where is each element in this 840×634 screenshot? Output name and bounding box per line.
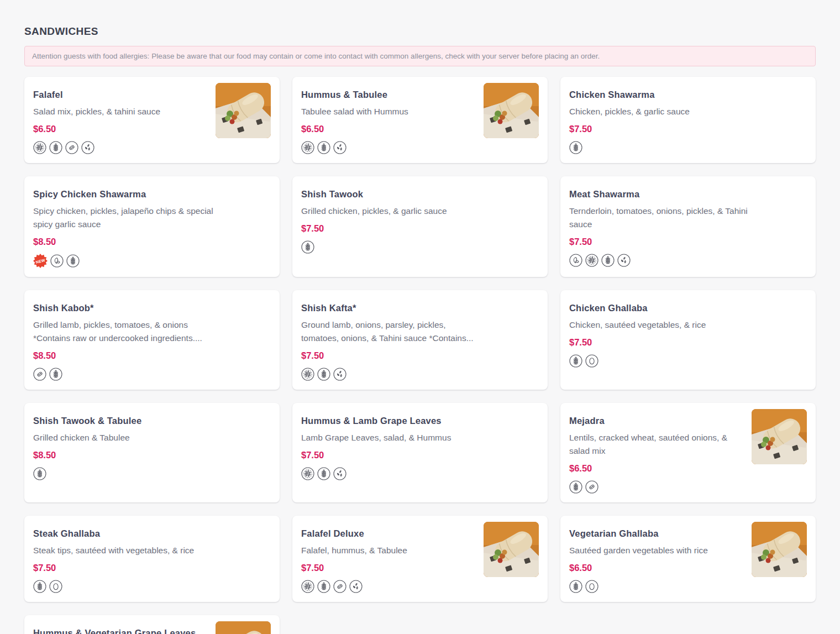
- gluten-wheat-icon: [49, 368, 62, 381]
- allergen-badges: [33, 580, 271, 593]
- menu-item-card[interactable]: Vegetarian Ghallaba Sautéed garden veget…: [560, 516, 816, 602]
- menu-item-text: Vegetarian Ghallaba Sautéed garden veget…: [569, 523, 745, 593]
- item-price: $7.50: [569, 124, 807, 134]
- menu-page: SANDWICHES Attention guests with food al…: [0, 0, 840, 634]
- allergen-badges: NEW: [33, 254, 271, 268]
- gluten-wheat-icon: [317, 368, 330, 381]
- item-name: Shish Kabob*: [33, 303, 271, 313]
- menu-item-text: Meat Shawarma Ternderloin, tomatoes, oni…: [569, 184, 807, 267]
- sesame-icon: [33, 141, 46, 154]
- menu-item-card[interactable]: Chicken Ghallaba Chicken, sautéed vegeta…: [560, 290, 816, 390]
- egg-icon: [585, 354, 599, 368]
- item-name: Vegetarian Ghallaba: [569, 528, 745, 539]
- menu-item-card[interactable]: Shish Tawook & Tabulee Grilled chicken &…: [24, 403, 280, 502]
- gluten-wheat-icon: [317, 141, 330, 154]
- menu-item-card[interactable]: Hummus & Lamb Grape Leaves Lamb Grape Le…: [292, 403, 548, 502]
- gluten-wheat-icon: [569, 580, 582, 593]
- menu-item-card[interactable]: Falafel Salad mix, pickles, & tahini sau…: [24, 77, 280, 163]
- item-description: Lentils, cracked wheat, sautéed onions, …: [569, 431, 745, 458]
- item-description: Tabulee salad with Hummus: [301, 105, 477, 118]
- item-description: Ternderloin, tomatoes, onions, pickles, …: [569, 205, 753, 231]
- gluten-wheat-icon: [66, 254, 80, 268]
- item-name: Chicken Ghallaba: [569, 303, 807, 313]
- nut-pod-icon: [33, 368, 46, 381]
- gluten-wheat-icon: [601, 254, 615, 267]
- menu-item-card[interactable]: Hummus & Vegetarian Grape Leaves: [24, 615, 280, 634]
- allergen-badges: [301, 368, 539, 381]
- gluten-wheat-icon: [569, 141, 582, 154]
- item-description: Chicken, sautéed vegetables, & rice: [569, 318, 753, 332]
- allergen-badges: [301, 240, 539, 254]
- gluten-wheat-icon: [33, 467, 46, 480]
- item-photo: [216, 621, 271, 634]
- menu-item-card[interactable]: Shish Kafta* Ground lamb, onions, parsle…: [292, 290, 548, 390]
- menu-item-card[interactable]: Spicy Chicken Shawarma Spicy chicken, pi…: [24, 176, 280, 277]
- menu-item-card[interactable]: Meat Shawarma Ternderloin, tomatoes, oni…: [560, 176, 816, 277]
- soy-seeds-icon: [333, 368, 347, 381]
- menu-item-card[interactable]: Mejadra Lentils, cracked wheat, sautéed …: [560, 403, 816, 502]
- sesame-icon: [301, 580, 314, 593]
- soy-seeds-icon: [333, 141, 347, 154]
- item-price: $8.50: [33, 237, 271, 247]
- menu-item-card[interactable]: Steak Ghallaba Steak tips, sautéed with …: [24, 516, 280, 602]
- item-price: $7.50: [301, 350, 539, 361]
- soy-seeds-icon: [81, 141, 95, 154]
- item-price: $6.50: [301, 124, 477, 134]
- item-description: Grilled chicken, pickles, & garlic sauce: [301, 205, 485, 218]
- soy-seeds-icon: [617, 254, 631, 267]
- menu-item-card[interactable]: Shish Kabob* Grilled lamb, pickles, toma…: [24, 290, 280, 390]
- item-photo: [216, 83, 271, 138]
- egg-icon: [49, 580, 62, 593]
- item-description: Grilled chicken & Tabulee: [33, 431, 217, 444]
- mustard-icon: [50, 254, 64, 268]
- menu-item-text: Falafel Deluxe Falafel, hummus, & Tabule…: [301, 523, 477, 593]
- gluten-wheat-icon: [49, 141, 62, 154]
- gluten-wheat-icon: [33, 580, 46, 593]
- menu-grid: Falafel Salad mix, pickles, & tahini sau…: [24, 77, 816, 634]
- menu-item-text: Chicken Ghallaba Chicken, sautéed vegeta…: [569, 298, 807, 368]
- menu-item-text: Hummus & Vegetarian Grape Leaves: [33, 623, 209, 634]
- nut-pod-icon: [333, 580, 347, 593]
- menu-item-text: Chicken Shawarma Chicken, pickles, & gar…: [569, 85, 807, 154]
- item-photo: [484, 522, 539, 577]
- item-description: Spicy chicken, pickles, jalapeño chips &…: [33, 205, 217, 231]
- item-description: Salad mix, pickles, & tahini sauce: [33, 105, 209, 118]
- allergen-badges: [301, 580, 477, 593]
- item-price: $6.50: [569, 563, 745, 573]
- item-description: Falafel, hummus, & Tabulee: [301, 544, 477, 557]
- menu-item-text: Shish Kabob* Grilled lamb, pickles, toma…: [33, 298, 271, 381]
- item-price: $7.50: [301, 563, 477, 573]
- allergen-badges: [301, 467, 539, 480]
- menu-item-text: Hummus & Lamb Grape Leaves Lamb Grape Le…: [301, 411, 539, 480]
- sesame-icon: [301, 141, 314, 154]
- menu-item-card[interactable]: Hummus & Tabulee Tabulee salad with Humm…: [292, 77, 548, 163]
- item-name: Hummus & Vegetarian Grape Leaves: [33, 628, 209, 634]
- allergen-badges: [569, 480, 745, 494]
- menu-item-text: Falafel Salad mix, pickles, & tahini sau…: [33, 85, 209, 154]
- item-price: $6.50: [569, 463, 745, 474]
- allergen-badges: [33, 467, 271, 480]
- sesame-icon: [585, 254, 599, 267]
- menu-item-card[interactable]: Chicken Shawarma Chicken, pickles, & gar…: [560, 77, 816, 163]
- item-name: Hummus & Lamb Grape Leaves: [301, 416, 539, 426]
- item-price: $7.50: [569, 337, 807, 348]
- new-item-badge: NEW: [33, 254, 48, 268]
- item-name: Hummus & Tabulee: [301, 90, 477, 100]
- item-description: Ground lamb, onions, parsley, pickles, t…: [301, 318, 485, 345]
- item-description: Sautéed garden vegetables with rice: [569, 544, 745, 557]
- nut-pod-icon: [585, 480, 599, 494]
- menu-item-text: Shish Kafta* Ground lamb, onions, parsle…: [301, 298, 539, 381]
- item-description: Lamb Grape Leaves, salad, & Hummus: [301, 431, 485, 444]
- item-photo: [752, 522, 807, 577]
- allergy-notice: Attention guests with food allergies: Pl…: [24, 46, 816, 66]
- item-price: $7.50: [569, 237, 807, 247]
- item-name: Spicy Chicken Shawarma: [33, 189, 271, 200]
- item-description: Steak tips, sautéed with vegetables, & r…: [33, 544, 217, 557]
- menu-item-card[interactable]: Falafel Deluxe Falafel, hummus, & Tabule…: [292, 516, 548, 602]
- allergen-badges: [569, 254, 807, 267]
- menu-item-text: Mejadra Lentils, cracked wheat, sautéed …: [569, 411, 745, 494]
- mustard-icon: [569, 254, 582, 267]
- soy-seeds-icon: [349, 580, 363, 593]
- menu-item-card[interactable]: Shish Tawook Grilled chicken, pickles, &…: [292, 176, 548, 277]
- allergen-badges: [33, 368, 271, 381]
